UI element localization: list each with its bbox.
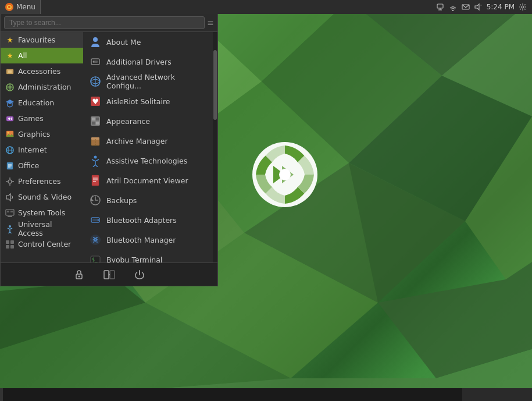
svg-point-58	[8, 180, 12, 183]
switch-user-button[interactable]	[100, 267, 119, 283]
sidebar-item-office[interactable]: Office	[1, 158, 83, 173]
sidebar-item-label: Administration	[18, 83, 71, 91]
scrollbar-thumb[interactable]	[213, 50, 217, 120]
volume-icon[interactable]	[474, 2, 483, 12]
svg-rect-107	[104, 271, 109, 279]
sidebar-item-control-center[interactable]: Control Center	[1, 236, 83, 252]
sidebar-item-education[interactable]: Education	[1, 95, 83, 111]
sidebar-item-all[interactable]: ★ All	[1, 48, 83, 63]
sidebar-item-favourites[interactable]: ★ Favourites	[1, 32, 83, 48]
sidebar-item-system-tools[interactable]: System Tools	[1, 205, 83, 221]
atril-icon	[89, 174, 102, 187]
scrollbar-track[interactable]	[213, 32, 217, 262]
svg-point-95	[90, 235, 101, 245]
bottom-taskbar	[0, 388, 532, 401]
app-item-advanced-network[interactable]: Advanced Network Configu...	[83, 72, 213, 91]
app-item-assistive-tech[interactable]: Assistive Technologies	[83, 151, 213, 171]
time-display: 5:24 PM	[487, 3, 515, 11]
menu-content: ★ Favourites ★ All Accessories Administr…	[1, 32, 217, 262]
svg-rect-29	[437, 4, 443, 8]
app-item-label: Archive Manager	[106, 137, 168, 146]
svg-text:$_: $_	[92, 257, 98, 262]
menu-bottom-bar	[1, 262, 217, 286]
app-item-label: AisleRiot Solitaire	[106, 97, 170, 106]
app-item-label: About Me	[106, 38, 141, 47]
search-clear-btn[interactable]: ≡	[207, 18, 214, 27]
svg-rect-65	[6, 240, 9, 244]
network-icon[interactable]	[448, 2, 458, 12]
sidebar-item-preferences[interactable]: Preferences	[1, 173, 83, 189]
sidebar-item-label: Education	[18, 98, 54, 107]
mail-icon[interactable]	[461, 2, 470, 12]
svg-point-85	[94, 156, 97, 159]
ubuntu-logo	[250, 140, 320, 210]
menu-label: Menu	[16, 3, 35, 11]
admin-icon	[5, 83, 15, 92]
sidebar-item-universal-access[interactable]: Universal Access	[1, 221, 83, 236]
byobu-icon: $_	[89, 253, 102, 262]
sidebar-item-label: Accessories	[18, 67, 60, 76]
svg-rect-68	[10, 245, 14, 249]
control-center-icon	[5, 240, 15, 249]
svg-marker-59	[6, 194, 10, 201]
education-icon	[5, 98, 15, 108]
app-item-additional-drivers[interactable]: Additional Drivers	[83, 52, 213, 72]
app-item-backups[interactable]: Backups	[83, 190, 213, 210]
internet-icon	[5, 146, 15, 155]
app-item-about-me[interactable]: About Me	[83, 32, 213, 52]
lock-screen-button[interactable]	[70, 267, 88, 283]
assistive-tech-icon	[89, 154, 102, 167]
sidebar-item-label: Internet	[18, 146, 47, 154]
sidebar-item-graphics[interactable]: Graphics	[1, 126, 83, 142]
sidebar-item-accessories[interactable]: Accessories	[1, 63, 83, 79]
sidebar-item-label: Universal Access	[18, 220, 78, 237]
search-input[interactable]	[4, 16, 205, 29]
settings-icon[interactable]	[518, 2, 527, 12]
app-item-label: Bluetooth Manager	[106, 236, 176, 244]
app-item-byobu[interactable]: $_ Byobu Terminal	[83, 250, 213, 262]
top-taskbar: Menu 5:24 PM	[0, 0, 532, 14]
svg-rect-79	[96, 118, 99, 120]
preferences-icon	[5, 177, 15, 186]
accessories-icon	[5, 67, 15, 76]
app-item-aisleriot[interactable]: ♥ AisleRiot Solitaire	[83, 91, 213, 111]
app-item-label: Backups	[106, 196, 137, 205]
bluetooth-adapters-icon	[89, 214, 102, 226]
sidebar-item-label: Office	[18, 161, 40, 170]
apps-list: About Me Additional Drivers Advanced Net…	[83, 32, 213, 262]
additional-drivers-icon	[89, 55, 102, 68]
app-item-archive-manager[interactable]: Archive Manager	[83, 131, 213, 151]
sidebar-item-games[interactable]: Games	[1, 111, 83, 126]
sidebar-item-internet[interactable]: Internet	[1, 142, 83, 158]
power-icon	[134, 269, 145, 281]
app-item-bluetooth-adapters[interactable]: Bluetooth Adapters	[83, 210, 213, 230]
app-item-atril[interactable]: Atril Document Viewer	[83, 171, 213, 190]
app-item-label: Advanced Network Configu...	[106, 73, 207, 90]
notification-icon[interactable]	[435, 2, 445, 12]
firefox-icon	[5, 2, 14, 12]
menu-panel: ≡ ★ Favourites ★ All Accessories	[0, 14, 218, 286]
app-item-bluetooth-manager[interactable]: Bluetooth Manager	[83, 230, 213, 250]
svg-rect-61	[7, 211, 9, 212]
sidebar-item-label: Sound & Video	[18, 193, 72, 201]
power-button[interactable]	[130, 267, 149, 283]
svg-point-49	[8, 132, 9, 133]
bottom-taskbar-left	[0, 388, 3, 401]
sidebar-item-label: All	[18, 51, 27, 60]
app-item-label: Assistive Technologies	[106, 157, 187, 165]
search-bar: ≡	[1, 14, 217, 32]
grid-icon: ★	[5, 51, 15, 61]
taskbar-right: 5:24 PM	[435, 2, 532, 12]
svg-point-94	[98, 219, 99, 221]
sidebar-item-administration[interactable]: Administration	[1, 79, 83, 95]
appearance-icon	[89, 115, 102, 127]
menu-button[interactable]: Menu	[0, 0, 41, 14]
app-item-appearance[interactable]: Appearance	[83, 111, 213, 131]
svg-rect-62	[10, 211, 13, 212]
svg-rect-108	[110, 271, 115, 279]
app-item-label: Appearance	[106, 117, 150, 126]
aisleriot-icon: ♥	[89, 95, 102, 108]
sidebar-item-sound-video[interactable]: Sound & Video	[1, 189, 83, 205]
sidebar-item-label: Favourites	[18, 36, 55, 44]
svg-point-36	[522, 6, 524, 8]
